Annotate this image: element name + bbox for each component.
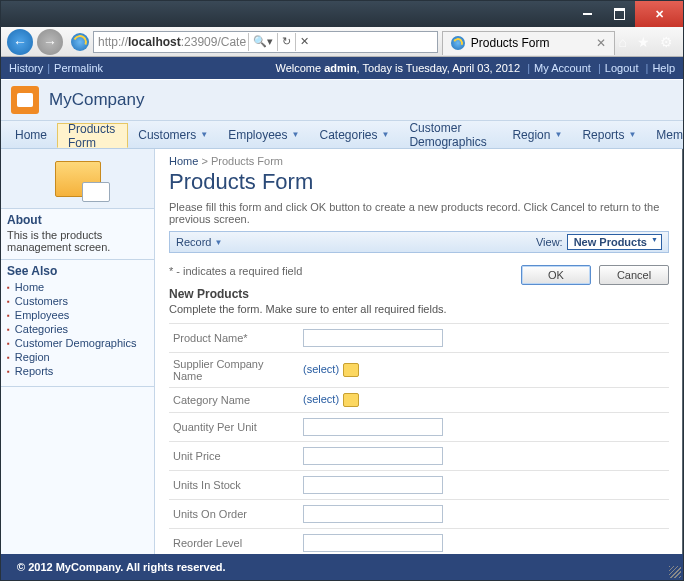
history-link[interactable]: History <box>9 62 43 74</box>
home-icon[interactable]: ⌂ <box>619 34 627 50</box>
minimize-button[interactable] <box>571 1 603 27</box>
chevron-down-icon: ▼ <box>214 238 222 247</box>
chevron-down-icon: ▼ <box>382 130 390 139</box>
input-in-stock[interactable] <box>303 476 443 494</box>
menu-products-form[interactable]: Products Form <box>57 123 128 148</box>
record-toolbar: Record▼ View: New Products <box>169 231 669 253</box>
form-header: New Products <box>169 287 669 301</box>
menu-customers[interactable]: Customers▼ <box>128 121 218 148</box>
lookup-icon[interactable] <box>343 363 359 377</box>
input-unit-price[interactable] <box>303 447 443 465</box>
tab-close-icon[interactable]: ✕ <box>596 36 606 50</box>
label-supplier: Supplier Company Name <box>169 353 299 388</box>
select-category[interactable]: (select) <box>303 393 339 405</box>
lookup-icon[interactable] <box>343 393 359 407</box>
record-dropdown[interactable]: Record▼ <box>176 236 222 248</box>
company-name: MyCompany <box>49 90 144 110</box>
sidebar-module-image <box>1 149 154 209</box>
sidebar-link-cdemo[interactable]: Customer Demographics <box>15 337 137 349</box>
input-reorder[interactable] <box>303 534 443 552</box>
select-supplier[interactable]: (select) <box>303 363 339 375</box>
app-topbar: History | Permalink Welcome admin, Today… <box>1 57 683 79</box>
tab-ie-icon <box>451 36 465 50</box>
label-category: Category Name <box>169 388 299 413</box>
sidebar-link-categories[interactable]: Categories <box>15 323 68 335</box>
tab-title: Products Form <box>471 36 550 50</box>
welcome-pre: Welcome <box>276 62 325 74</box>
menu-more[interactable]: Mem <box>646 121 683 148</box>
sidebar-link-customers[interactable]: Customers <box>15 295 68 307</box>
label-in-stock: Units In Stock <box>169 471 299 500</box>
window-titlebar <box>1 1 683 27</box>
cancel-button-top[interactable]: Cancel <box>599 265 669 285</box>
chevron-down-icon: ▼ <box>554 130 562 139</box>
form-subheader: Complete the form. Make sure to enter al… <box>169 303 669 315</box>
menu-region[interactable]: Region▼ <box>502 121 572 148</box>
input-product-name[interactable] <box>303 329 443 347</box>
sidebar-about-text: This is the products management screen. <box>1 229 154 259</box>
stop-icon[interactable]: ✕ <box>295 33 313 51</box>
logout-link[interactable]: Logout <box>605 62 639 74</box>
maximize-button[interactable] <box>603 1 635 27</box>
required-note-top: * - indicates a required field <box>169 265 302 277</box>
sidebar-link-region[interactable]: Region <box>15 351 50 363</box>
favorites-icon[interactable]: ★ <box>637 34 650 50</box>
address-bar[interactable]: http://localhost:23909/Cate 🔍▾ ↻ ✕ <box>93 31 438 53</box>
ok-button-top[interactable]: OK <box>521 265 591 285</box>
sidebar: About This is the products management sc… <box>1 149 155 554</box>
input-qpu[interactable] <box>303 418 443 436</box>
chevron-down-icon: ▼ <box>628 130 636 139</box>
view-label: View: <box>536 236 563 248</box>
breadcrumb: Home > Products Form <box>169 155 669 167</box>
main-menu: Home Products Form Customers▼ Employees▼… <box>1 121 683 149</box>
url-scheme: http:// <box>98 35 128 49</box>
browser-tools: ⌂ ★ ⚙ <box>619 34 677 50</box>
forward-button[interactable]: → <box>37 29 63 55</box>
page-intro: Please fill this form and click OK butto… <box>169 201 669 225</box>
company-logo <box>11 86 39 114</box>
permalink-link[interactable]: Permalink <box>54 62 103 74</box>
label-product-name: Product Name <box>173 332 243 344</box>
chevron-down-icon: ▼ <box>200 130 208 139</box>
welcome-date: , Today is Tuesday, April 03, 2012 <box>357 62 520 74</box>
label-unit-price: Unit Price <box>169 442 299 471</box>
url-host: localhost <box>128 35 181 49</box>
label-on-order: Units On Order <box>169 500 299 529</box>
back-button[interactable]: ← <box>7 29 33 55</box>
url-path: :23909/Cate <box>181 35 246 49</box>
sidebar-about-header: About <box>1 209 154 229</box>
label-reorder: Reorder Level <box>169 529 299 554</box>
refresh-icon[interactable]: ↻ <box>277 33 295 51</box>
sidebar-seealso-header: See Also <box>1 260 154 280</box>
sidebar-link-home[interactable]: Home <box>15 281 44 293</box>
input-on-order[interactable] <box>303 505 443 523</box>
menu-employees[interactable]: Employees▼ <box>218 121 309 148</box>
help-link[interactable]: Help <box>652 62 675 74</box>
my-account-link[interactable]: My Account <box>534 62 591 74</box>
label-qpu: Quantity Per Unit <box>169 413 299 442</box>
main-content: Home > Products Form Products Form Pleas… <box>155 149 683 554</box>
menu-reports[interactable]: Reports▼ <box>572 121 646 148</box>
menu-customer-demographics[interactable]: Customer Demographics <box>399 121 502 148</box>
page-footer: © 2012 MyCompany. All rights reserved. <box>1 554 683 580</box>
ie-icon <box>71 33 89 51</box>
settings-icon[interactable]: ⚙ <box>660 34 673 50</box>
resize-grip[interactable] <box>669 566 681 578</box>
menu-home[interactable]: Home <box>5 121 57 148</box>
search-icon[interactable]: 🔍▾ <box>248 33 277 51</box>
browser-toolbar: ← → http://localhost:23909/Cate 🔍▾ ↻ ✕ P… <box>1 27 683 57</box>
sidebar-link-employees[interactable]: Employees <box>15 309 69 321</box>
brand-bar: MyCompany <box>1 79 683 121</box>
browser-tab[interactable]: Products Form ✕ <box>442 31 615 55</box>
chevron-down-icon: ▼ <box>292 130 300 139</box>
page-title: Products Form <box>169 169 669 195</box>
close-button[interactable] <box>635 1 683 27</box>
breadcrumb-current: Products Form <box>211 155 283 167</box>
breadcrumb-home[interactable]: Home <box>169 155 198 167</box>
view-selector[interactable]: New Products <box>567 234 662 250</box>
sidebar-link-reports[interactable]: Reports <box>15 365 54 377</box>
menu-categories[interactable]: Categories▼ <box>309 121 399 148</box>
welcome-user: admin <box>324 62 356 74</box>
form-table: Product Name* Supplier Company Name (sel… <box>169 323 669 554</box>
